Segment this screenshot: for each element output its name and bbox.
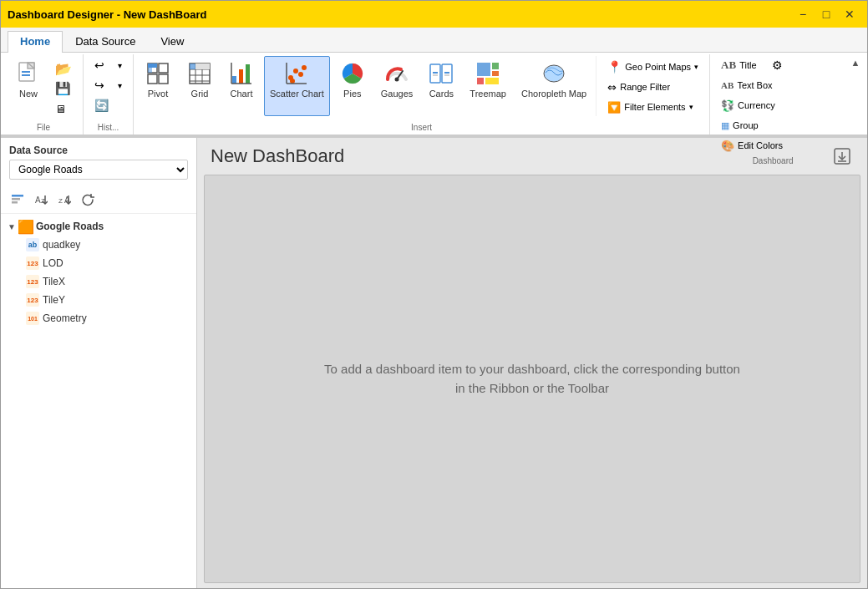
- ribbon-collapse-button[interactable]: ▲: [847, 54, 864, 71]
- new-button[interactable]: New: [9, 56, 48, 116]
- tree-sort-desc[interactable]: Z A: [54, 190, 74, 210]
- range-filter-label: Range Filter: [620, 82, 670, 92]
- publish-button[interactable]: 🖥: [49, 99, 78, 118]
- undo-dropdown[interactable]: ▾: [112, 56, 128, 74]
- gauges-icon: [383, 60, 410, 87]
- tree-content: ▼ 🟧 Google Roads ab quadkey 123 LOD 123 …: [1, 214, 196, 589]
- title-label: Title: [739, 60, 756, 70]
- restore-button[interactable]: □: [815, 6, 837, 23]
- text-box-icon: AB: [721, 80, 733, 90]
- ribbon-content: New 📂 💾 🖥 File: [1, 53, 867, 136]
- tree-sort-asc[interactable]: A Z: [31, 190, 51, 210]
- pies-icon: [339, 60, 366, 87]
- svg-point-34: [395, 78, 399, 82]
- save-button[interactable]: 💾: [49, 79, 78, 98]
- svg-text:Z: Z: [58, 197, 63, 205]
- history-group-label: Hist...: [89, 121, 128, 135]
- range-filter-icon: ⇔: [607, 81, 617, 94]
- title-button[interactable]: AB Title: [715, 56, 762, 74]
- open-icon: 📂: [55, 61, 72, 77]
- svg-rect-44: [477, 78, 484, 84]
- svg-rect-8: [159, 74, 168, 84]
- grid-label: Grid: [191, 89, 209, 99]
- text-box-button[interactable]: AB Text Box: [715, 76, 778, 94]
- dashboard-settings-button[interactable]: ⚙: [766, 56, 789, 74]
- 101-icon-geometry: 101: [26, 312, 39, 325]
- scatter-chart-button[interactable]: Scatter Chart: [264, 56, 330, 116]
- file-group-content: New 📂 💾 🖥: [9, 56, 78, 121]
- new-label: New: [19, 89, 38, 99]
- filter-elements-dropdown[interactable]: ▾: [689, 103, 693, 111]
- 123-icon-tiley: 123: [26, 293, 39, 307]
- pies-button[interactable]: Pies: [333, 56, 372, 116]
- edit-colors-icon: 🎨: [721, 140, 734, 152]
- filter-elements-button[interactable]: 🔽 Filter Elements ▾: [602, 98, 704, 116]
- geo-point-maps-dropdown[interactable]: ▾: [694, 63, 698, 71]
- svg-point-26: [293, 69, 298, 74]
- title-bar-text: Dashboard Designer - New DashBoard: [8, 8, 206, 21]
- refresh-button[interactable]: 🔄: [89, 96, 114, 114]
- tree-sort-default[interactable]: [8, 190, 28, 210]
- svg-rect-41: [477, 63, 490, 76]
- gauges-button[interactable]: Gauges: [375, 56, 419, 116]
- main-area: Data Source Google Roads A Z: [1, 138, 867, 589]
- tree-item-tilex[interactable]: 123 TileX: [1, 272, 196, 291]
- geo-point-maps-icon: 📍: [607, 60, 622, 74]
- tree-item-quadkey[interactable]: ab quadkey: [1, 236, 196, 254]
- minimize-button[interactable]: −: [792, 6, 814, 23]
- ribbon-group-file: New 📂 💾 🖥 File: [4, 54, 84, 135]
- ribbon-group-dashboard: AB Title ⚙ AB Text Box 💱 Currency: [710, 54, 835, 135]
- pivot-button[interactable]: Pivot: [139, 56, 177, 116]
- tab-view[interactable]: View: [148, 31, 196, 53]
- tree-item-root[interactable]: ▼ 🟧 Google Roads: [1, 217, 196, 236]
- file-group-label: File: [9, 121, 78, 135]
- tab-home[interactable]: Home: [8, 31, 63, 53]
- redo-dropdown[interactable]: ▾: [112, 76, 128, 94]
- 123-icon-tilex: 123: [26, 275, 39, 288]
- svg-point-28: [302, 65, 307, 70]
- tree-item-geometry[interactable]: 101 Geometry: [1, 309, 196, 328]
- export-button[interactable]: [830, 145, 854, 168]
- grid-button[interactable]: Grid: [180, 56, 219, 116]
- svg-rect-7: [148, 74, 157, 84]
- undo-button[interactable]: ↩: [89, 56, 110, 74]
- scatter-chart-label: Scatter Chart: [270, 89, 324, 99]
- group-button[interactable]: ▦ Group: [715, 116, 764, 135]
- tree-item-tiley[interactable]: 123 TileY: [1, 291, 196, 309]
- currency-button[interactable]: 💱 Currency: [715, 96, 781, 114]
- currency-label: Currency: [738, 100, 775, 110]
- tree-item-lod[interactable]: 123 LOD: [1, 254, 196, 272]
- tree-child-quadkey: quadkey: [43, 239, 80, 251]
- ribbon-group-insert: Pivot: [134, 54, 710, 135]
- svg-rect-45: [485, 78, 499, 84]
- tab-data-source[interactable]: Data Source: [63, 31, 148, 53]
- svg-rect-19: [202, 63, 210, 69]
- tree-child-tilex: TileX: [43, 276, 65, 287]
- edit-colors-button[interactable]: 🎨 Edit Colors: [715, 136, 789, 155]
- canvas-area: New DashBoard To add a dashboard item to…: [197, 138, 867, 589]
- ribbon-group-history: ↩ ▾ ↪ ▾ 🔄 Hist...: [84, 54, 134, 135]
- svg-text:A: A: [35, 195, 41, 205]
- data-source-select[interactable]: Google Roads: [9, 160, 188, 180]
- svg-rect-21: [239, 69, 243, 84]
- close-button[interactable]: ✕: [839, 6, 860, 23]
- range-filter-button[interactable]: ⇔ Range Filter: [602, 78, 704, 96]
- title-icon: AB: [721, 58, 736, 72]
- cards-button[interactable]: Cards: [422, 56, 460, 116]
- canvas-hint: To add a dashboard item to your dashboar…: [323, 360, 741, 398]
- treemap-icon: [475, 60, 501, 87]
- tree-child-lod: LOD: [43, 257, 63, 269]
- choropleth-map-button[interactable]: Choropleth Map: [515, 56, 592, 116]
- filter-elements-icon: 🔽: [607, 101, 621, 114]
- treemap-button[interactable]: Treemap: [464, 56, 512, 116]
- filter-elements-label: Filter Elements: [624, 102, 685, 112]
- pies-label: Pies: [343, 89, 361, 99]
- geo-point-maps-button[interactable]: 📍 Geo Point Maps ▾: [602, 58, 704, 76]
- edit-colors-label: Edit Colors: [738, 140, 783, 150]
- open-button[interactable]: 📂: [49, 59, 78, 78]
- pivot-icon: [145, 60, 171, 87]
- redo-button[interactable]: ↪: [89, 76, 110, 94]
- chart-button[interactable]: Chart: [222, 56, 261, 116]
- svg-rect-48: [12, 198, 20, 201]
- tree-refresh[interactable]: [78, 190, 98, 210]
